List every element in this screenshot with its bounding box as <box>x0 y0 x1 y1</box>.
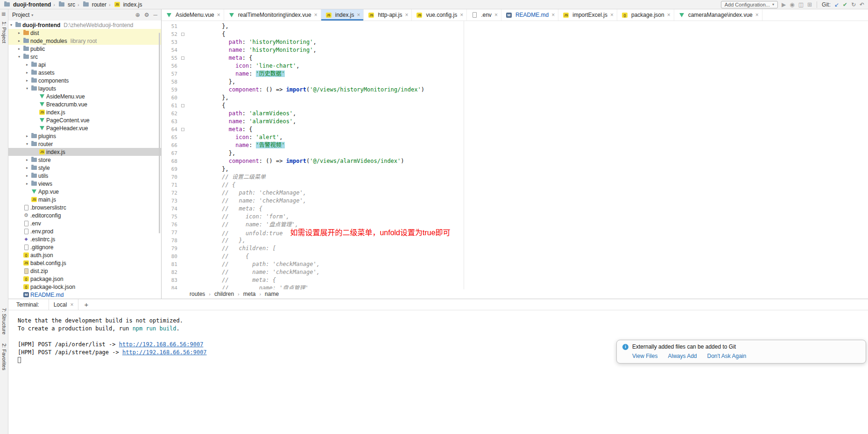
code-line-71[interactable]: 71 // { <box>162 181 868 189</box>
code-line-51[interactable]: 51 }, <box>162 22 868 30</box>
code-line-66[interactable]: 66 name: '告警视频' <box>162 141 868 149</box>
code-line-67[interactable]: 67 }, <box>162 149 868 157</box>
line-number[interactable]: 84 <box>162 284 177 289</box>
tree-item-auth-json[interactable]: {}auth.json <box>8 251 161 259</box>
line-number[interactable]: 57 <box>162 70 177 78</box>
tree-item-dist[interactable]: ▸dist <box>8 29 161 37</box>
code-area[interactable]: 51 },52 {53 path: 'historyMonitoring',54… <box>162 21 868 289</box>
tree-item-node-modules[interactable]: ▸node_moduleslibrary root <box>8 37 161 45</box>
line-number[interactable]: 83 <box>162 276 177 284</box>
close-icon[interactable]: × <box>314 12 318 18</box>
close-icon[interactable]: × <box>551 12 555 18</box>
editor-tab-package-json[interactable]: {}package.json× <box>617 9 674 21</box>
tree-item-browserslistrc[interactable]: .browserslistrc <box>8 203 161 211</box>
close-icon[interactable]: × <box>357 12 360 18</box>
code-line-63[interactable]: 63 name: 'alarmVideos', <box>162 118 868 126</box>
tree-item-src[interactable]: ▾src <box>8 53 161 61</box>
close-icon[interactable]: × <box>460 12 463 18</box>
tree-item-package-json[interactable]: {}package.json <box>8 275 161 283</box>
code-line-84[interactable]: 84 // name: '盘点管理' <box>162 284 868 289</box>
chevron-closed-icon[interactable]: ▸ <box>24 70 30 75</box>
code-line-57[interactable]: 57 name: '历史数据' <box>162 70 868 78</box>
close-icon[interactable]: × <box>494 12 498 18</box>
tree-item-index-js[interactable]: JSindex.js <box>8 148 161 156</box>
tree-item-app-vue[interactable]: App.vue <box>8 188 161 196</box>
code-line-69[interactable]: 69 }, <box>162 165 868 173</box>
chevron-closed-icon[interactable]: ▸ <box>24 182 30 186</box>
tree-item-env-prod[interactable]: .env.prod <box>8 227 161 235</box>
line-number[interactable]: 71 <box>162 181 177 189</box>
code-line-58[interactable]: 58 }, <box>162 78 868 86</box>
chevron-closed-icon[interactable]: ▸ <box>24 174 30 178</box>
settings-gear-icon[interactable]: ⚙ <box>144 12 149 18</box>
chevron-open-icon[interactable]: ▾ <box>24 86 30 91</box>
project-scrollbar[interactable] <box>159 33 160 233</box>
line-number[interactable]: 60 <box>162 94 177 102</box>
code-line-78[interactable]: 78 // }, <box>162 237 868 245</box>
code-line-62[interactable]: 62 path: 'alarmVideos', <box>162 110 868 118</box>
tree-item-package-lock-json[interactable]: {}package-lock.json <box>8 283 161 291</box>
fold-marker-icon[interactable] <box>181 104 184 107</box>
hide-panel-icon[interactable]: ─ <box>153 12 157 18</box>
close-icon[interactable]: × <box>405 12 408 18</box>
tree-item-index-js[interactable]: JSindex.js <box>8 108 161 116</box>
line-number[interactable]: 76 <box>162 221 177 229</box>
terminal-tab-local[interactable]: Local × <box>49 299 79 310</box>
fold-marker-icon[interactable] <box>181 128 184 131</box>
editor-breadcrumb-item[interactable]: children <box>214 291 234 297</box>
tree-item-env[interactable]: .env <box>8 219 161 227</box>
editor-tab-cameramanage-index-vue[interactable]: cameraManage\index.vue× <box>674 9 762 21</box>
chevron-open-icon[interactable]: ▾ <box>24 142 30 146</box>
debug-icon[interactable]: ◉ <box>790 2 794 7</box>
chevron-closed-icon[interactable]: ▸ <box>24 134 30 138</box>
tree-item-readme-md[interactable]: MREADME.md <box>8 291 161 298</box>
chevron-closed-icon[interactable]: ▸ <box>16 47 22 51</box>
line-number[interactable]: 59 <box>162 86 177 94</box>
line-number[interactable]: 54 <box>162 46 177 54</box>
line-number[interactable]: 66 <box>162 141 177 149</box>
fold-marker-icon[interactable] <box>181 33 184 36</box>
tree-item-editorconfig[interactable]: ⚙.editorconfig <box>8 211 161 219</box>
tree-item-gitignore[interactable]: .gitignore <box>8 243 161 251</box>
profiler-icon[interactable]: ⊞ <box>807 2 812 7</box>
tree-item-eslintrc-js[interactable]: ◆.eslintrc.js <box>8 235 161 243</box>
chevron-closed-icon[interactable]: ▸ <box>24 158 30 162</box>
breadcrumb-item[interactable]: src <box>57 0 75 8</box>
code-line-59[interactable]: 59 component: () => import('@/views/hist… <box>162 86 868 94</box>
code-line-54[interactable]: 54 name: 'historyMonitoring', <box>162 46 868 54</box>
line-number[interactable]: 73 <box>162 197 177 205</box>
tree-item-public[interactable]: ▸public <box>8 45 161 53</box>
tree-item-plugins[interactable]: ▸plugins <box>8 132 161 140</box>
code-line-74[interactable]: 74 // meta: { <box>162 205 868 213</box>
editor-tab-env[interactable]: .env× <box>467 9 501 21</box>
line-number[interactable]: 81 <box>162 260 177 268</box>
line-number[interactable]: 68 <box>162 157 177 165</box>
line-number[interactable]: 72 <box>162 189 177 197</box>
line-number[interactable]: 79 <box>162 245 177 252</box>
code-line-55[interactable]: 55 meta: { <box>162 54 868 62</box>
close-icon[interactable]: × <box>667 12 670 18</box>
locate-file-icon[interactable]: ⊕ <box>135 12 140 18</box>
line-number[interactable]: 70 <box>162 173 177 181</box>
editor-breadcrumb-item[interactable]: routes <box>190 291 205 297</box>
code-line-56[interactable]: 56 icon: 'line-chart', <box>162 62 868 70</box>
line-number[interactable]: 56 <box>162 62 177 70</box>
code-line-61[interactable]: 61 { <box>162 102 868 110</box>
notification-action-always-add[interactable]: Always Add <box>668 353 697 359</box>
coverage-icon[interactable]: ◫ <box>798 2 804 7</box>
run-icon[interactable]: ▶ <box>782 2 786 7</box>
line-number[interactable]: 67 <box>162 149 177 157</box>
editor-tab-readme-md[interactable]: MREADME.md× <box>501 9 558 21</box>
chevron-closed-icon[interactable]: ▸ <box>24 166 30 170</box>
code-line-70[interactable]: 70 // 设置二级菜单 <box>162 173 868 181</box>
tree-item-store[interactable]: ▸store <box>8 156 161 164</box>
run-configuration-select[interactable]: Add Configuration... ▾ <box>721 1 778 8</box>
notification-action-don-t-ask-again[interactable]: Don't Ask Again <box>707 353 747 359</box>
line-number[interactable]: 63 <box>162 118 177 126</box>
line-number[interactable]: 53 <box>162 38 177 46</box>
line-number[interactable]: 77 <box>162 229 177 237</box>
tree-item-api[interactable]: ▸api <box>8 61 161 69</box>
chevron-closed-icon[interactable]: ▸ <box>24 78 30 83</box>
line-number[interactable]: 75 <box>162 213 177 221</box>
toolwindow-favorites-button[interactable]: 2: Favorites <box>1 343 7 370</box>
